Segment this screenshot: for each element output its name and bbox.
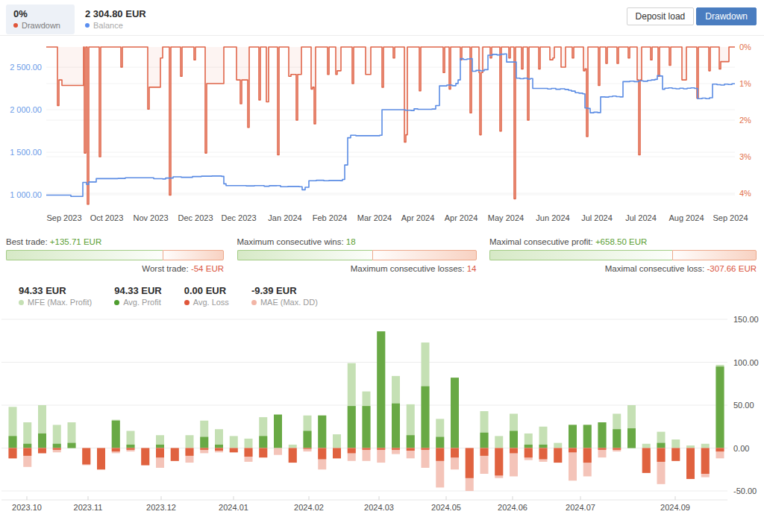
- svg-text:2023.11: 2023.11: [74, 503, 103, 512]
- svg-text:Jul 2024: Jul 2024: [625, 213, 657, 222]
- svg-text:Apr 2024: Apr 2024: [445, 213, 478, 222]
- drawdown-button[interactable]: Drawdown: [696, 7, 757, 25]
- max-consecutive-loss-label: Maximal consecutive loss:: [605, 264, 705, 273]
- mfe-mae-chart: 150.00100.0050.000.00-50.002023.102023.1…: [0, 313, 764, 517]
- wins-red-bar: [372, 250, 476, 260]
- svg-text:Mar 2024: Mar 2024: [357, 213, 392, 222]
- svg-text:2023.10: 2023.10: [12, 503, 42, 512]
- svg-text:1 000.00: 1 000.00: [10, 190, 42, 199]
- svg-text:2024.09: 2024.09: [660, 503, 690, 512]
- svg-text:50.00: 50.00: [733, 401, 754, 410]
- svg-text:4%: 4%: [739, 189, 751, 198]
- svg-text:-50.00: -50.00: [733, 486, 757, 495]
- profit-red-bar: [672, 250, 757, 260]
- mae-value: -9.39 EUR: [251, 285, 318, 296]
- avg-profit-dot-icon: [114, 300, 119, 305]
- svg-text:2023.12: 2023.12: [146, 503, 176, 512]
- mfe-stat: 94.33 EUR MFE (Max. Profit): [19, 285, 92, 313]
- svg-text:Nov 2023: Nov 2023: [133, 213, 168, 222]
- svg-text:Apr 2024: Apr 2024: [401, 213, 435, 222]
- max-consecutive-loss-value: -307.66 EUR: [707, 264, 757, 273]
- svg-text:100.00: 100.00: [733, 358, 759, 367]
- svg-text:0.00: 0.00: [733, 444, 749, 453]
- avg-loss-label: Avg. Loss: [193, 298, 229, 307]
- drawdown-dot-icon: [13, 23, 18, 28]
- mfe-label: MFE (Max. Profit): [28, 298, 92, 307]
- worst-trade-value: -54 EUR: [191, 264, 224, 273]
- svg-text:Feb 2024: Feb 2024: [313, 213, 347, 222]
- avg-profit-label: Avg. Profit: [123, 298, 161, 307]
- svg-text:Jun 2024: Jun 2024: [536, 213, 569, 222]
- svg-text:1 500.00: 1 500.00: [10, 148, 42, 157]
- svg-text:2 000.00: 2 000.00: [10, 105, 42, 114]
- drawdown-summary-badge[interactable]: 0% Drawdown: [6, 4, 75, 34]
- consecutive-profit-bar: Maximal consecutive profit: +658.50 EUR …: [489, 237, 757, 273]
- avg-loss-stat: 0.00 EUR Avg. Loss: [184, 285, 229, 313]
- svg-text:2024.07: 2024.07: [566, 503, 595, 512]
- balance-summary[interactable]: 2 304.80 EUR Balance: [85, 4, 146, 30]
- avg-loss-value: 0.00 EUR: [184, 285, 229, 296]
- svg-text:Jan 2024: Jan 2024: [268, 213, 301, 222]
- svg-text:3%: 3%: [739, 152, 751, 161]
- svg-text:2024.01: 2024.01: [219, 503, 248, 512]
- balance-drawdown-chart: 2 500.002 000.001 500.001 000.000%1%2%3%…: [0, 36, 764, 230]
- mae-label: MAE (Max. DD): [260, 298, 318, 307]
- trade-extremes-section: Best trade: +135.71 EUR Worst trade: -54…: [0, 230, 764, 273]
- best-trade-red-bar: [163, 250, 224, 260]
- max-consecutive-wins-label: Maximum consecutive wins:: [237, 237, 344, 246]
- mae-stat: -9.39 EUR MAE (Max. DD): [251, 285, 318, 313]
- svg-text:2%: 2%: [739, 116, 751, 125]
- avg-profit-stat: 94.33 EUR Avg. Profit: [114, 285, 162, 313]
- svg-text:2024.02: 2024.02: [294, 503, 324, 512]
- worst-trade-label: Worst trade:: [142, 264, 188, 273]
- svg-text:2024.05: 2024.05: [431, 503, 461, 512]
- avg-loss-dot-icon: [184, 300, 190, 305]
- svg-text:Dec 2023: Dec 2023: [221, 213, 256, 222]
- max-consecutive-losses-label: Maximum consecutive losses:: [351, 264, 465, 273]
- svg-text:Dec 2023: Dec 2023: [178, 213, 213, 222]
- trade-stats-legend: 94.33 EUR MFE (Max. Profit) 94.33 EUR Av…: [0, 273, 764, 313]
- svg-text:Jul 2024: Jul 2024: [581, 213, 613, 222]
- svg-text:0%: 0%: [739, 43, 751, 51]
- svg-text:2024.06: 2024.06: [498, 503, 527, 512]
- max-consecutive-wins-value: 18: [346, 237, 356, 246]
- svg-text:Oct 2023: Oct 2023: [90, 213, 124, 222]
- wins-green-bar: [237, 250, 373, 260]
- best-trade-value: +135.71 EUR: [50, 237, 101, 246]
- svg-text:2 500.00: 2 500.00: [10, 63, 42, 72]
- consecutive-wins-bar: Maximum consecutive wins: 18 Maximum con…: [237, 237, 477, 273]
- mae-dot-icon: [251, 300, 257, 305]
- svg-text:2024.03: 2024.03: [364, 503, 394, 512]
- chart-mode-switch: Deposit load Drawdown: [627, 7, 757, 25]
- balance-dot-icon: [85, 23, 90, 28]
- avg-profit-value: 94.33 EUR: [114, 285, 162, 296]
- mfe-value: 94.33 EUR: [19, 285, 92, 296]
- mfe-dot-icon: [19, 300, 24, 305]
- svg-text:150.00: 150.00: [733, 315, 759, 324]
- balance-value: 2 304.80 EUR: [85, 8, 146, 19]
- drawdown-legend-label: Drawdown: [22, 21, 60, 30]
- deposit-load-button[interactable]: Deposit load: [627, 7, 695, 25]
- svg-text:1%: 1%: [739, 79, 751, 88]
- max-consecutive-profit-label: Maximal consecutive profit:: [489, 237, 593, 246]
- max-consecutive-profit-value: +658.50 EUR: [595, 237, 647, 246]
- svg-text:May 2024: May 2024: [488, 213, 524, 222]
- max-consecutive-losses-value: 14: [467, 264, 477, 273]
- balance-legend-label: Balance: [93, 21, 123, 30]
- profit-green-bar: [489, 250, 672, 260]
- best-trade-green-bar: [6, 250, 163, 260]
- drawdown-percent-value: 0%: [13, 8, 66, 19]
- best-trade-label: Best trade:: [6, 237, 48, 246]
- svg-text:Aug 2024: Aug 2024: [668, 213, 704, 222]
- header: 0% Drawdown 2 304.80 EUR Balance Deposit…: [0, 0, 764, 36]
- svg-text:Sep 2023: Sep 2023: [46, 213, 81, 222]
- best-trade-bar: Best trade: +135.71 EUR Worst trade: -54…: [6, 237, 224, 273]
- svg-text:Sep 2024: Sep 2024: [713, 213, 748, 222]
